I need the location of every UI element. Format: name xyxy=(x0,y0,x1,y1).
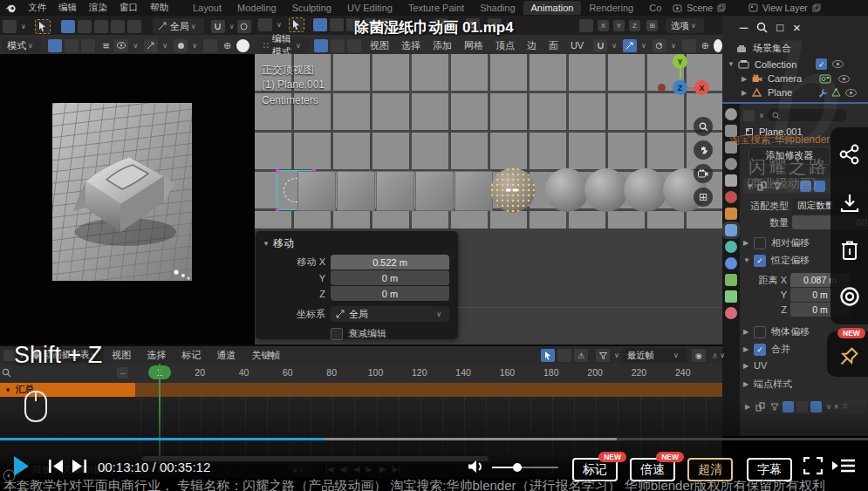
viewport-menu-item[interactable]: 边 xyxy=(521,39,543,52)
xray-toggle-icon[interactable]: ⊕ xyxy=(701,40,709,51)
collapsed-modifier-header[interactable]: ▶ ∨ × ⠿ xyxy=(742,399,867,414)
properties-editor-icon[interactable] xyxy=(743,110,755,121)
playhead-line[interactable] xyxy=(159,364,161,464)
scene-selector[interactable]: Scene xyxy=(673,3,726,13)
summary-channel[interactable]: ▼ 汇总 xyxy=(0,383,135,397)
tab-scene[interactable] xyxy=(725,174,737,187)
rendered-shading-icon[interactable] xyxy=(236,39,249,52)
grid-view-button[interactable]: ⊞ xyxy=(694,188,713,207)
topbar-menu-item[interactable]: 帮助 xyxy=(144,2,174,14)
plane-object[interactable] xyxy=(337,171,375,211)
prev-frame-button[interactable] xyxy=(48,460,64,473)
viewport-top-ortho[interactable]: 正交顶视图 (1) Plane.001 Centimeters Y Z X ⊞ xyxy=(255,54,724,344)
pin-panel[interactable]: NEW xyxy=(827,331,868,377)
timeline-menu-item[interactable]: 通道 xyxy=(208,349,243,362)
workspace-tab[interactable]: UV Editing xyxy=(339,1,400,15)
edit-mode-dropdown[interactable]: 编辑模式 ∨ xyxy=(258,38,309,53)
gizmo-axis-y[interactable]: Y xyxy=(673,54,687,69)
realtime-toggle-icon[interactable] xyxy=(783,401,794,413)
expand-triangle-icon[interactable]: ▶ xyxy=(742,89,752,97)
gizmo-axis-z[interactable]: Z xyxy=(673,80,687,95)
tab-physics[interactable] xyxy=(725,257,737,269)
workspace-tab[interactable]: Co xyxy=(641,1,669,15)
blender-logo-icon[interactable] xyxy=(5,3,17,13)
channel-search-icon[interactable] xyxy=(2,368,11,378)
edit-mode-sphere-object[interactable] xyxy=(489,167,537,214)
eye-icon[interactable] xyxy=(845,89,857,97)
mode-dropdown[interactable]: 模式 ∨ xyxy=(2,38,41,53)
merge-checkbox[interactable]: ✓ xyxy=(754,344,766,356)
expand-triangle-icon[interactable]: ▶ xyxy=(743,345,754,353)
workspace-tab[interactable]: Shading xyxy=(472,1,523,15)
move-y-field[interactable]: 0 m xyxy=(331,270,449,285)
gizmo-axis-x[interactable]: X xyxy=(694,80,709,95)
object-offset-checkbox[interactable] xyxy=(754,326,766,338)
expand-triangle-icon[interactable]: ▶ xyxy=(743,239,754,247)
move-z-field[interactable]: 0 m xyxy=(331,286,449,301)
expand-triangle-icon[interactable]: ▶ xyxy=(743,328,754,336)
volume-button[interactable] xyxy=(468,460,485,474)
workspace-tab[interactable]: Layout xyxy=(185,1,229,15)
delete-button[interactable] xyxy=(839,239,860,262)
play-button[interactable] xyxy=(12,455,30,477)
expand-triangle-icon[interactable]: ▶ xyxy=(745,403,755,411)
gizmos-icon[interactable] xyxy=(144,39,158,52)
errors-icon[interactable]: ⚠ xyxy=(574,349,588,362)
expand-triangle-icon[interactable]: ▶ xyxy=(742,75,752,83)
filter-icon[interactable] xyxy=(596,349,610,362)
minimize-button[interactable]: ─ xyxy=(735,21,752,34)
zoom-nav-button[interactable] xyxy=(694,117,713,136)
edge-select-icon[interactable] xyxy=(331,39,345,52)
expand-triangle-icon[interactable]: ▶ xyxy=(743,362,754,370)
corner-handle[interactable] xyxy=(276,208,279,211)
workspace-tab[interactable]: Sculpting xyxy=(284,1,339,15)
fit-range-icon[interactable]: ↔ xyxy=(117,367,128,378)
plane-object[interactable] xyxy=(415,171,454,211)
overlays-icon[interactable] xyxy=(682,39,696,52)
zoom-player-button[interactable] xyxy=(752,22,772,33)
proportional-falloff-checkbox[interactable] xyxy=(331,328,343,340)
sphere-object[interactable] xyxy=(584,168,628,212)
progress-bar[interactable] xyxy=(0,438,868,440)
workspace-tab[interactable]: Animation xyxy=(523,1,582,15)
orientation-dropdown[interactable]: 全局 ∨ xyxy=(331,306,449,322)
workspace-tab[interactable]: Modeling xyxy=(229,1,284,15)
snap-magnet-icon[interactable] xyxy=(593,39,607,52)
viewport-rendered[interactable] xyxy=(0,54,256,344)
tab-view-layer[interactable] xyxy=(725,158,737,170)
vertex-select-icon[interactable] xyxy=(314,39,328,52)
tab-material[interactable] xyxy=(725,307,737,319)
axis-gizmo[interactable]: Y Z X xyxy=(652,54,704,102)
face-select-icon[interactable] xyxy=(347,39,361,52)
rendered-shading-icon[interactable] xyxy=(714,39,722,52)
move-x-field[interactable]: 0.522 m xyxy=(331,255,449,269)
close-button[interactable]: × xyxy=(788,20,806,35)
tab-world[interactable] xyxy=(725,191,737,203)
download-button[interactable] xyxy=(838,192,861,215)
topbar-menu-item[interactable]: 编辑 xyxy=(52,2,83,14)
snap-frame-dropdown[interactable]: 最近帧 ∨ xyxy=(622,348,687,363)
fullscreen-button[interactable] xyxy=(803,457,823,474)
shading-sphere-icon[interactable] xyxy=(174,39,188,52)
plane-object[interactable] xyxy=(297,171,336,211)
proportional-icon[interactable]: ◉ xyxy=(692,349,706,362)
wireframe-icon[interactable]: ⊕ xyxy=(223,40,231,51)
timeline-menu-item[interactable]: 选择 xyxy=(139,349,174,362)
camera-view-button[interactable] xyxy=(694,164,713,183)
sphere-object[interactable] xyxy=(624,168,667,212)
pan-nav-button[interactable] xyxy=(694,140,713,160)
share-button[interactable] xyxy=(838,143,861,166)
viewport-menu-item[interactable]: 选择 xyxy=(395,39,427,52)
viewport-menu-item[interactable]: UV xyxy=(564,40,590,51)
monitor-toggle-icon[interactable] xyxy=(796,401,808,413)
shading-toggle-icon[interactable] xyxy=(81,39,95,52)
tab-modifiers-active[interactable] xyxy=(725,224,737,236)
maximize-button[interactable]: □ xyxy=(772,21,788,34)
xray-icon[interactable] xyxy=(203,39,217,52)
only-selected-icon[interactable] xyxy=(541,349,555,362)
viewport-menu-item[interactable]: 网格 xyxy=(458,39,489,52)
menu-icon[interactable]: ≡ xyxy=(103,39,110,52)
collapse-triangle-icon[interactable]: ▼ xyxy=(743,256,754,264)
sphere-object[interactable] xyxy=(545,168,589,212)
pivot-icon[interactable] xyxy=(653,39,666,52)
